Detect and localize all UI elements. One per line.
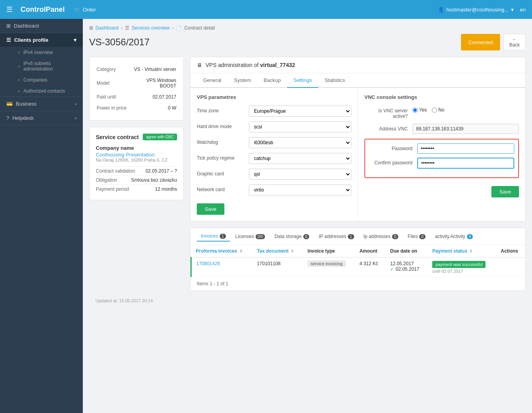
btab-ip-addresses[interactable]: IP addresses 1	[315, 232, 358, 241]
sort-icon: ⇕	[239, 249, 243, 253]
network-card-row: Network card virtio	[197, 184, 351, 195]
sort-icon: ⇕	[469, 249, 472, 253]
paid-until-label: Paid until	[97, 92, 132, 102]
th-actions: Actions	[496, 245, 525, 257]
user-menu[interactable]: 👤 hostmaster@coolhousing... ▾	[438, 7, 514, 13]
th-tax[interactable]: Tax document ⇕	[252, 245, 302, 257]
sidebar-item-companies[interactable]: ○ Companies	[11, 74, 83, 86]
category-label: Category	[97, 64, 132, 74]
btab-invoices[interactable]: Invoices 1	[197, 231, 230, 242]
watchdog-label: Watchdog	[197, 137, 244, 145]
btab-files[interactable]: Files 0	[404, 232, 429, 241]
company-name-label: Company name	[96, 145, 177, 151]
data-storage-badge: 0	[303, 234, 310, 239]
hard-drive-select[interactable]: scsi	[249, 121, 351, 132]
th-amount: Amount	[355, 245, 385, 257]
company-name-link[interactable]: Coolhousing Presentation	[96, 152, 155, 158]
btab-ip-addresses2[interactable]: Ip addresses 0	[360, 232, 402, 241]
btab-activity[interactable]: activity.Activity 4	[431, 232, 477, 241]
table-header-row: Proforma invoices ⇕ Tax document ⇕ Invoi…	[191, 245, 526, 257]
table-row: 170801426 170101108 service invoicing 4 …	[191, 257, 526, 277]
sidebar-item-ipv6[interactable]: ○ IPv6 subnets administration	[11, 58, 83, 74]
connected-button[interactable]: Connected	[461, 34, 500, 50]
vps-body: VPS parametres Time zone Europe/Prague H…	[190, 88, 525, 221]
tab-general[interactable]: General	[197, 73, 228, 88]
payment-success-badge: payment was successful	[432, 261, 485, 268]
sidebar-item-clients-profile[interactable]: ☰ Clients profile ▾	[0, 33, 83, 47]
proforma-link[interactable]: 170801426	[196, 261, 220, 266]
td-invoice-type: service invoicing	[303, 257, 355, 277]
timezone-select[interactable]: Europe/Prague	[249, 106, 351, 117]
check-icon: ✓	[390, 266, 394, 272]
invoices-badge: 1	[220, 234, 226, 239]
vnc-address-row: Address VNC 89.187.138.163:11439	[364, 124, 519, 134]
gbc-badge[interactable]: agree with GBC	[143, 134, 177, 140]
tab-statistics[interactable]: Statistics	[318, 73, 351, 88]
th-proforma[interactable]: Proforma invoices ⇕	[191, 245, 252, 257]
language-selector[interactable]: en	[520, 7, 526, 13]
vps-params-save-button[interactable]: Save	[197, 203, 224, 215]
vnc-password-label: Password	[369, 143, 413, 151]
vnc-no-radio[interactable]: No	[432, 107, 444, 113]
sidebar-item-business[interactable]: 💳 Business ›	[0, 97, 83, 111]
sort-icon: ⇕	[291, 249, 294, 253]
sidebar-item-authorized-contacts[interactable]: ○ Authorized contacts	[11, 86, 83, 97]
breadcrumb-dashboard[interactable]: Dashboard	[95, 25, 119, 31]
graphic-card-select[interactable]: qxl	[249, 169, 351, 180]
company-address: Na Okraji 1293/6, 16200 Praha 6, CZ	[96, 158, 177, 162]
contract-validation-label: Contract validation	[96, 168, 135, 174]
invoice-type-badge: service invoicing	[308, 260, 346, 267]
sidebar-item-ipv4[interactable]: ○ IPv4 overview	[11, 47, 83, 58]
hard-drive-label: Hard drive mode	[197, 121, 244, 129]
th-due-date: Due date on	[385, 245, 427, 257]
vnc-active-label: Is VNC server active?	[364, 106, 408, 119]
network-card-select[interactable]: virtio	[249, 184, 351, 195]
ip-addresses2-badge: 0	[392, 234, 398, 239]
sidebar-item-helpdesk[interactable]: ? Helpdesk ›	[0, 111, 83, 125]
category-value: VS - Virtuální server	[133, 64, 176, 74]
table-header: Proforma invoices ⇕ Tax document ⇕ Invoi…	[191, 245, 526, 257]
vnc-password-value	[417, 143, 514, 154]
sidebar-item-dashboard[interactable]: ⊞ Dashboard	[0, 19, 83, 33]
btab-licenses[interactable]: Licenses 0/0	[231, 232, 269, 241]
info-table: Category VS - Virtuální server Model VPS…	[96, 63, 177, 114]
hamburger-icon[interactable]: ☰	[6, 5, 13, 14]
tick-policy-row: Tick policy regime catchup	[197, 153, 351, 164]
vps-header: 🖥 VPS administration of virtual_77432	[190, 57, 525, 73]
breadcrumb-services-overview[interactable]: Services overview	[132, 25, 170, 31]
breadcrumb-sep2: ›	[172, 25, 174, 31]
paid-date-value: ✓02.05.2017	[390, 266, 423, 272]
payment-period-value: 12 months	[155, 186, 177, 192]
files-badge: 0	[419, 234, 426, 239]
model-value: VPS Windows BOOST	[133, 75, 176, 91]
vnc-yes-radio[interactable]: Yes	[413, 107, 427, 113]
watchdog-row: Watchdog i6300esb	[197, 137, 351, 148]
vnc-confirm-input[interactable]	[417, 158, 514, 169]
th-payment-status[interactable]: Payment status ⇕	[427, 245, 496, 257]
tab-system[interactable]: System	[228, 73, 257, 88]
tab-backup[interactable]: Backup	[258, 73, 287, 88]
left-panel: Category VS - Virtuální server Model VPS…	[89, 57, 184, 291]
td-actions	[496, 257, 525, 277]
cart-icon: 🛒	[74, 7, 80, 13]
td-amount: 4 312 Kč	[355, 257, 385, 277]
order-button[interactable]: 🛒 Order	[74, 7, 96, 13]
tab-settings[interactable]: Settings	[287, 73, 318, 88]
back-button[interactable]: ← Back	[503, 34, 526, 50]
monitor-icon: 🖥	[197, 62, 202, 68]
btab-data-storage[interactable]: Data storage 0	[271, 232, 313, 241]
vnc-save-button[interactable]: Save	[491, 186, 519, 197]
paid-until-value: 02.07.2017	[133, 92, 176, 102]
page-title: VS-3056/2017	[89, 37, 149, 48]
vnc-password-input[interactable]	[417, 143, 514, 154]
licenses-badge: 0/0	[256, 234, 265, 239]
header-actions: Connected ← Back	[461, 34, 526, 50]
vps-panel: 🖥 VPS administration of virtual_77432 Ge…	[190, 57, 526, 221]
params-title: VPS parametres	[197, 94, 351, 100]
vnc-address-value: 89.187.138.163:11439	[413, 124, 519, 134]
chevron-icon: ▾	[74, 37, 77, 43]
watchdog-select[interactable]: i6300esb	[249, 137, 351, 148]
tick-policy-select[interactable]: catchup	[249, 153, 351, 164]
clients-submenu: ○ IPv4 overview ○ IPv6 subnets administr…	[0, 47, 83, 97]
business-icon: 💳	[6, 101, 13, 107]
